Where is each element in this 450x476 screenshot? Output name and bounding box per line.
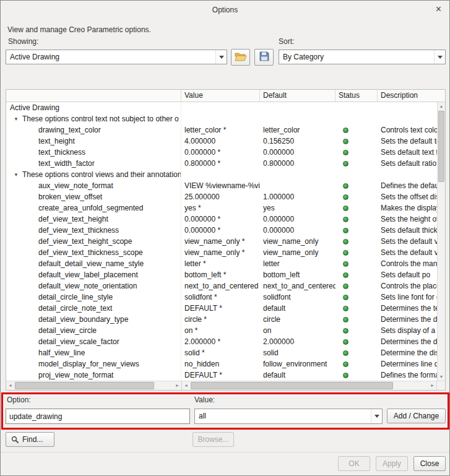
- name-cell: create_area_unfold_segmented: [6, 202, 181, 214]
- option-row[interactable]: detail_circle_line_stylesolidfont *solid…: [6, 292, 437, 303]
- close-button[interactable]: Close: [413, 456, 446, 471]
- row-label: def_view_text_thickness_scope: [38, 248, 143, 257]
- chevron-down-icon[interactable]: [434, 50, 445, 64]
- option-row[interactable]: detail_view_circleon *onSets display of …: [6, 325, 437, 336]
- hscrollbar-left[interactable]: [6, 381, 182, 390]
- row-label: detail_view_circle: [38, 326, 97, 335]
- value-cell: no_hidden: [181, 358, 260, 370]
- option-row[interactable]: model_display_for_new_viewsno_hiddenfoll…: [6, 358, 437, 370]
- name-cell: drawing_text_color: [6, 124, 181, 136]
- row-label: proj_view_note_format: [38, 371, 113, 379]
- option-row[interactable]: proj_view_note_formatDEFAULT *defaultDef…: [6, 370, 437, 381]
- dialog-subtitle: View and manage Creo Parametric options.: [7, 25, 151, 34]
- scroll-right-icon[interactable]: [173, 381, 181, 390]
- default-cell: yes: [260, 202, 335, 214]
- column-header-description[interactable]: Description: [378, 90, 445, 102]
- scroll-up-icon[interactable]: [438, 102, 445, 110]
- column-header-name[interactable]: [6, 90, 181, 102]
- scroll-left-icon[interactable]: [182, 381, 190, 390]
- group-row[interactable]: These options control text not subject t…: [6, 113, 437, 124]
- option-row[interactable]: default_detail_view_name_styleletter *le…: [6, 258, 437, 269]
- option-label: Option:: [7, 396, 31, 404]
- option-row[interactable]: create_area_unfold_segmentedyes *yesMake…: [6, 202, 437, 214]
- group-row[interactable]: These options control views and their an…: [6, 169, 437, 180]
- vscroll-thumb[interactable]: [438, 111, 444, 182]
- option-row[interactable]: text_thickness0.000000 *0.000000Sets def…: [6, 147, 437, 158]
- row-label: text_height: [38, 137, 75, 145]
- default-cell: 0.156250: [260, 136, 335, 147]
- add-change-button[interactable]: Add / Change: [387, 409, 446, 423]
- column-header-value[interactable]: Value: [181, 90, 260, 102]
- default-cell: 0.800000: [260, 158, 335, 169]
- name-cell: model_display_for_new_views: [6, 358, 181, 370]
- titlebar[interactable]: Options ×: [1, 1, 449, 19]
- collapse-triangle-icon[interactable]: [14, 170, 19, 180]
- column-header-default[interactable]: Default: [260, 90, 335, 102]
- description-cell: Controls the mann: [378, 258, 437, 269]
- status-cell: [335, 214, 378, 225]
- chevron-down-icon[interactable]: [215, 50, 227, 64]
- scroll-right-icon[interactable]: [428, 381, 436, 390]
- find-button[interactable]: Find...: [6, 432, 54, 447]
- value-dropdown[interactable]: all: [194, 409, 383, 424]
- status-ok-icon: [343, 183, 348, 189]
- option-row[interactable]: detail_view_scale_factor2.000000 *2.0000…: [6, 336, 437, 347]
- default-cell: [260, 113, 335, 124]
- hscroll-thumb-right[interactable]: [191, 382, 393, 389]
- save-config-file-button[interactable]: [254, 49, 274, 66]
- status-ok-icon: [343, 295, 348, 300]
- option-row[interactable]: def_view_text_height0.000000 *0.000000Se…: [6, 214, 437, 225]
- option-row[interactable]: def_view_text_thickness_scopeview_name_o…: [6, 247, 437, 258]
- option-row[interactable]: drawing_text_colorletter_color *letter_c…: [6, 124, 437, 136]
- description-cell: Sets the offset dist: [378, 191, 437, 202]
- option-row[interactable]: half_view_linesolid *solidDetermine the …: [6, 347, 437, 358]
- value-cell: circle *: [181, 314, 260, 325]
- showing-dropdown[interactable]: Active Drawing: [6, 50, 227, 64]
- name-cell: def_view_text_height: [6, 214, 181, 225]
- option-row[interactable]: aux_view_note_formatVIEW %viewname-%viDe…: [6, 180, 437, 191]
- ok-button[interactable]: OK: [338, 456, 370, 471]
- options-table: Value Default Status Description Active …: [6, 89, 446, 391]
- option-row[interactable]: def_view_text_thickness0.000000 *0.00000…: [6, 225, 437, 236]
- column-header-status[interactable]: Status: [335, 90, 378, 102]
- row-label: text_thickness: [38, 148, 85, 157]
- open-config-file-button[interactable]: [231, 49, 250, 66]
- option-input[interactable]: [6, 409, 190, 424]
- option-row[interactable]: detail_circle_note_textDEFAULT *defaultD…: [6, 303, 437, 314]
- name-cell: aux_view_note_format: [6, 180, 181, 191]
- showing-dropdown-value: Active Drawing: [6, 50, 227, 64]
- option-row[interactable]: text_height4.0000000.156250Sets the defa…: [6, 136, 437, 147]
- search-icon: [11, 436, 19, 444]
- close-icon[interactable]: ×: [436, 4, 441, 14]
- apply-button[interactable]: Apply: [376, 456, 408, 471]
- collapse-triangle-icon[interactable]: [14, 114, 19, 124]
- sort-dropdown[interactable]: By Category: [279, 50, 446, 64]
- option-row[interactable]: default_view_note_orientationnext_to_and…: [6, 280, 437, 292]
- name-cell: broken_view_offset: [6, 191, 181, 202]
- row-label: Active Drawing: [10, 103, 59, 112]
- scroll-left-icon[interactable]: [6, 381, 14, 390]
- chevron-down-icon[interactable]: [371, 409, 382, 423]
- option-row[interactable]: default_view_label_placementbottom_left …: [6, 269, 437, 280]
- scroll-down-icon[interactable]: [438, 373, 445, 381]
- option-row[interactable]: detail_view_boundary_typecircle *circleD…: [6, 314, 437, 325]
- vertical-scrollbar[interactable]: [437, 102, 445, 381]
- value-cell: on *: [181, 325, 260, 336]
- value-cell: letter_color *: [181, 124, 260, 136]
- description-cell: [378, 113, 437, 124]
- default-cell: view_name_only: [260, 236, 335, 247]
- footer-divider: [1, 452, 449, 452]
- name-cell: These options control text not subject t…: [6, 113, 181, 124]
- option-row[interactable]: def_view_text_height_scopeview_name_only…: [6, 236, 437, 247]
- hscrollbar-right[interactable]: [182, 381, 437, 390]
- option-row[interactable]: text_width_factor0.800000 *0.800000Sets …: [6, 158, 437, 169]
- row-label: detail_circle_line_style: [38, 293, 113, 301]
- status-cell: [335, 169, 378, 180]
- description-cell: Sets display of a ci: [378, 325, 437, 336]
- name-cell: text_thickness: [6, 147, 181, 158]
- browse-button[interactable]: Browse...: [193, 432, 234, 447]
- category-row[interactable]: Active Drawing: [6, 102, 437, 113]
- name-cell: default_view_label_placement: [6, 269, 181, 280]
- hscroll-thumb-left[interactable]: [15, 382, 154, 389]
- option-row[interactable]: broken_view_offset25.0000001.000000Sets …: [6, 191, 437, 202]
